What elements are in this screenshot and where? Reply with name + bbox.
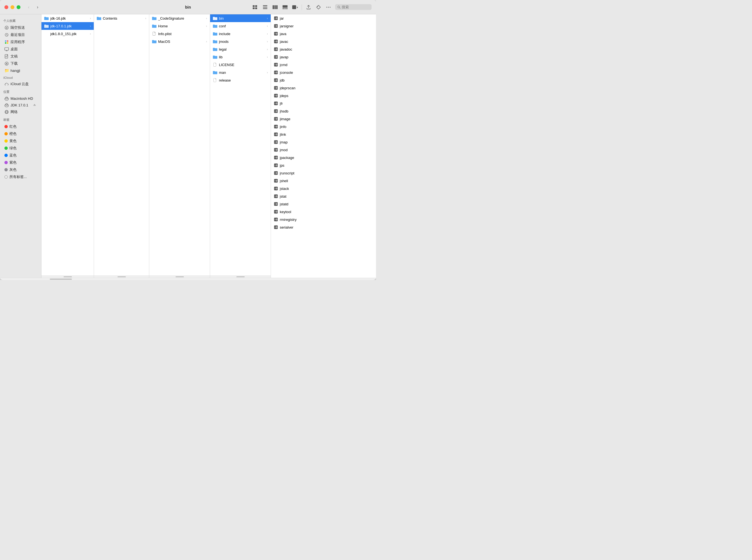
folder-icon [97, 16, 101, 20]
sidebar-item-jdk17[interactable]: JDK 17.0.1 [1, 102, 40, 108]
view-columns-button[interactable] [271, 3, 279, 11]
sidebar-item-macintosh[interactable]: Macintosh HD [1, 95, 40, 102]
col3-resizer[interactable] [149, 276, 210, 278]
sidebar-item-tag-purple[interactable]: 紫色 [1, 159, 40, 166]
col5-jarsigner[interactable]: jarsigner [271, 22, 376, 30]
col4-lib[interactable]: lib › [210, 53, 271, 61]
sidebar-item-hangji[interactable]: 📁 hangji [1, 67, 40, 74]
search-box[interactable] [335, 4, 372, 10]
col5-jconsole[interactable]: jconsole [271, 68, 376, 76]
scrollbar-area [0, 278, 376, 280]
col5-jlink[interactable]: jlink [271, 131, 376, 138]
sidebar-item-airdrop[interactable]: 隔空投送 [1, 24, 40, 31]
col5-java[interactable]: java [271, 30, 376, 38]
col4-release[interactable]: release [210, 76, 271, 84]
sidebar-item-tag-blue[interactable]: 蓝色 [1, 152, 40, 159]
folder-icon [152, 24, 157, 28]
col5-jcmd[interactable]: jcmd [271, 61, 376, 68]
sidebar-label-docs: 文稿 [11, 54, 18, 59]
col5-jdeprscan[interactable]: jdeprscan [271, 84, 376, 92]
sidebar-item-tag-orange[interactable]: 橙色 [1, 130, 40, 137]
col3-codesig[interactable]: _CodeSignature › [149, 14, 210, 22]
col5-jstack[interactable]: jstack [271, 185, 376, 193]
sidebar-item-docs[interactable]: 文稿 [1, 53, 40, 60]
col5-jrunscript-label: jrunscript [280, 171, 373, 175]
col5-keytool-label: keytool [280, 210, 373, 214]
col5-serialver[interactable]: serialver [271, 223, 376, 231]
exec-icon [274, 217, 278, 222]
share-button[interactable] [304, 3, 313, 11]
sidebar-item-tag-all[interactable]: 所有标签... [1, 173, 40, 180]
col5-jfr[interactable]: jfr [271, 100, 376, 107]
col5-jps[interactable]: jps [271, 161, 376, 169]
col5-jmap[interactable]: jmap [271, 138, 376, 146]
maximize-button[interactable] [17, 5, 20, 9]
col1-jdk18[interactable]: jdk1.8.0_151.jdk › [41, 30, 94, 38]
svg-rect-45 [214, 79, 216, 82]
sidebar-item-downloads[interactable]: 下载 [1, 60, 40, 67]
col4-legal-arrow: › [267, 47, 268, 51]
col5-rmiregistry[interactable]: rmiregistry [271, 216, 376, 223]
col4-include[interactable]: include › [210, 30, 271, 38]
col5-jstatd[interactable]: jstatd [271, 200, 376, 208]
col1-jdk17[interactable]: jdk-17.0.1.jdk › [41, 22, 94, 30]
col5-jstat[interactable]: jstat [271, 193, 376, 200]
sidebar-item-icloud[interactable]: iCloud 云盘 [1, 80, 40, 87]
col5-javac[interactable]: javac [271, 38, 376, 45]
col5-javadoc[interactable]: javadoc [271, 45, 376, 53]
forward-button[interactable]: › [34, 3, 41, 11]
col5-jinfo-label: jinfo [280, 125, 373, 129]
close-button[interactable] [4, 5, 8, 9]
col5-jrunscript[interactable]: jrunscript [271, 169, 376, 177]
sidebar-item-tag-yellow[interactable]: 黄色 [1, 137, 40, 144]
minimize-button[interactable] [11, 5, 14, 9]
more-options-button[interactable] [324, 3, 333, 11]
view-gallery-button[interactable] [281, 3, 290, 11]
sidebar-item-network[interactable]: 网络 [1, 108, 40, 116]
col3-home[interactable]: Home › [149, 22, 210, 30]
scrollbar-thumb[interactable] [50, 279, 72, 280]
sidebar-item-apps[interactable]: 应用程序 [1, 38, 40, 46]
sidebar-item-tag-gray[interactable]: 灰色 [1, 166, 40, 173]
col4-bin[interactable]: bin › [210, 14, 271, 22]
col5-jdb[interactable]: jdb [271, 76, 376, 84]
col1-jdk16[interactable]: jdk-16.jdk › [41, 14, 94, 22]
view-icons-button[interactable] [251, 3, 260, 11]
exec-icon [274, 179, 278, 183]
sidebar-item-tag-green[interactable]: 绿色 [1, 144, 40, 152]
search-input[interactable] [342, 5, 369, 9]
col4-legal[interactable]: legal › [210, 45, 271, 53]
col4-jmods[interactable]: jmods › [210, 38, 271, 45]
sidebar-item-tag-red[interactable]: 红色 [1, 123, 40, 130]
exec-icon [274, 109, 278, 113]
col5-jhsdb[interactable]: jhsdb [271, 107, 376, 115]
col2-contents[interactable]: Contents › [94, 14, 149, 22]
col4-license[interactable]: LICENSE [210, 61, 271, 68]
col5-jpackage[interactable]: jpackage [271, 154, 376, 161]
exec-icon [274, 202, 278, 206]
col5-javap[interactable]: javap [271, 53, 376, 61]
col4-man[interactable]: man › [210, 68, 271, 76]
col5-jshell[interactable]: jshell [271, 177, 376, 185]
view-list-button[interactable] [261, 3, 270, 11]
col5-jdeps[interactable]: jdeps [271, 92, 376, 100]
col4-resizer[interactable] [210, 276, 271, 278]
col5-jmod[interactable]: jmod [271, 146, 376, 154]
tag-button[interactable] [314, 3, 323, 11]
sidebar-item-recents[interactable]: 最近项目 [1, 31, 40, 38]
eject-icon[interactable] [32, 103, 37, 107]
col5-keytool[interactable]: keytool [271, 208, 376, 216]
col1-resizer[interactable] [41, 276, 94, 278]
col5-jar[interactable]: jar [271, 14, 376, 22]
col3-codesig-arrow: › [206, 17, 207, 20]
col5-jhsdb-label: jhsdb [280, 109, 373, 113]
more-view-button[interactable]: ▾ [291, 3, 299, 11]
back-button[interactable]: ‹ [25, 3, 33, 11]
col2-resizer[interactable] [94, 276, 149, 278]
col5-jinfo[interactable]: jinfo [271, 123, 376, 131]
col3-infoplist[interactable]: Info.plist [149, 30, 210, 38]
col5-jimage[interactable]: jimage [271, 115, 376, 123]
col3-macos[interactable]: MacOS › [149, 38, 210, 45]
sidebar-item-desktop[interactable]: 桌面 [1, 46, 40, 53]
col4-conf[interactable]: conf › [210, 22, 271, 30]
